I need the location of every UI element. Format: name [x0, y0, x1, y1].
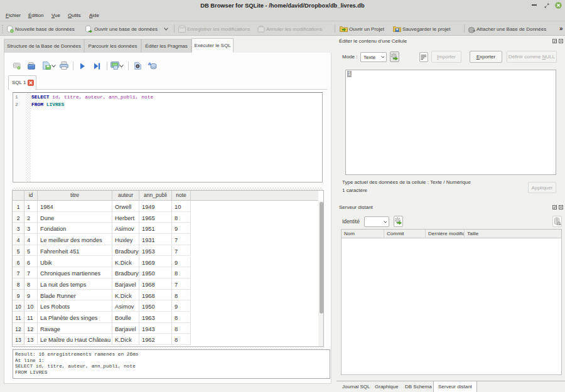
- svg-text:a: a: [148, 61, 151, 66]
